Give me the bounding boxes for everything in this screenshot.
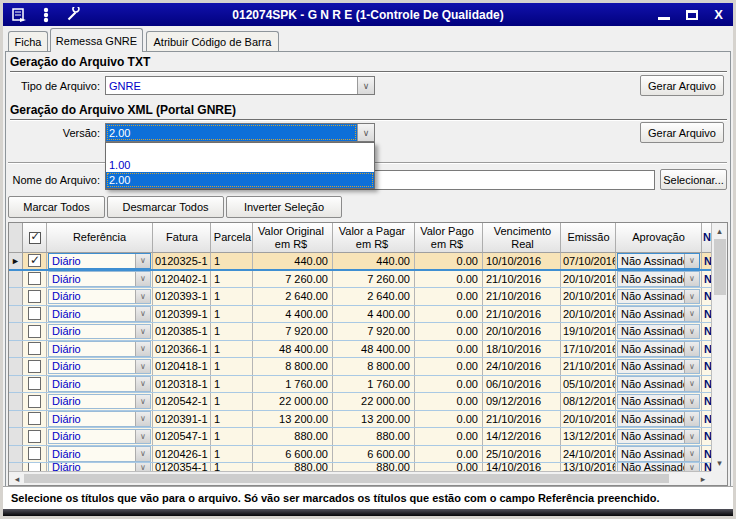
table-row[interactable]: Diário∨ 0120402-1 1 7 260.00 7 260.00 0.…	[9, 271, 712, 289]
vencimento-real-cell: 21/10/2016	[483, 271, 561, 288]
wrench-icon[interactable]	[64, 7, 82, 23]
scroll-left-icon[interactable]: ◂	[11, 472, 23, 485]
chevron-down-icon: ∨	[684, 377, 699, 391]
maximize-icon[interactable]	[686, 10, 698, 20]
row-checkbox[interactable]	[23, 306, 47, 323]
table-row[interactable]: Diário∨ 0120542-1 1 22 000.00 22 000.00 …	[9, 393, 712, 411]
referencia-combo[interactable]: Diário∨	[47, 323, 153, 340]
referencia-combo[interactable]: Diário∨	[47, 358, 153, 375]
aprovacao-combo[interactable]: Não Assinado∨	[616, 341, 702, 358]
vertical-scroll-thumb[interactable]	[714, 239, 726, 295]
table-row[interactable]: Diário∨ 0120426-1 1 6 600.00 6 600.00 0.…	[9, 446, 712, 464]
table-row[interactable]: Diário∨ 0120399-1 1 4 400.00 4 400.00 0.…	[9, 306, 712, 324]
row-indicator-cell	[9, 288, 23, 305]
referencia-combo[interactable]: Diário∨	[47, 376, 153, 393]
desmarcar-todos-button[interactable]: Desmarcar Todos	[107, 196, 224, 218]
clipped-column-cell: N	[702, 288, 711, 305]
parcela-cell: 1	[211, 411, 253, 428]
referencia-combo[interactable]: Diário∨	[47, 271, 153, 288]
table-row[interactable]: ► Diário∨ 0120325-1 1 440.00 440.00 0.00…	[9, 253, 712, 271]
gerar-arquivo-txt-button[interactable]: Gerar Arquivo	[640, 75, 724, 96]
aprovacao-combo[interactable]: Não Assinado∨	[616, 463, 702, 471]
checkbox-icon	[28, 377, 41, 390]
chevron-down-icon[interactable]: ∨	[357, 124, 374, 141]
inverter-selecao-button[interactable]: Inverter Seleção	[226, 196, 342, 218]
tab-atribuir-codigo-barra[interactable]: Atribuir Código de Barra	[146, 31, 279, 51]
versao-combo[interactable]: 2.00 ∨	[105, 123, 375, 142]
referencia-combo[interactable]: Diário∨	[47, 288, 153, 305]
aprovacao-combo[interactable]: Não Assinado∨	[616, 411, 702, 428]
table-row[interactable]: Diário∨ 0120391-1 1 13 200.00 13 200.00 …	[9, 411, 712, 429]
emissao-cell: 05/10/2016	[561, 376, 616, 393]
referencia-combo[interactable]: Diário∨	[47, 428, 153, 445]
vertical-scrollbar[interactable]: ▴ ▾	[711, 223, 727, 471]
aprovacao-combo[interactable]: Não Assinado∨	[616, 253, 702, 269]
table-row[interactable]: Diário∨ 0120318-1 1 1 760.00 1 760.00 0.…	[9, 376, 712, 394]
scroll-down-icon[interactable]: ▾	[712, 457, 727, 469]
referencia-combo[interactable]: Diário∨	[47, 446, 153, 463]
aprovacao-combo[interactable]: Não Assinado∨	[616, 323, 702, 340]
minimize-icon[interactable]	[658, 17, 670, 20]
selecionar-button[interactable]: Selecionar...	[660, 169, 727, 190]
valor-pago-cell: 0.00	[415, 463, 483, 471]
aprovacao-combo[interactable]: Não Assinado∨	[616, 446, 702, 463]
checkbox-icon	[28, 447, 41, 460]
referencia-combo[interactable]: Diário∨	[47, 411, 153, 428]
aprovacao-combo[interactable]: Não Assinado∨	[616, 271, 702, 288]
txt-section-heading: Geração do Arquivo TXT	[10, 55, 727, 72]
row-checkbox[interactable]	[23, 323, 47, 340]
referencia-combo[interactable]: Diário∨	[47, 306, 153, 323]
row-checkbox[interactable]	[23, 253, 47, 269]
checkbox-icon	[28, 463, 41, 471]
row-checkbox[interactable]	[23, 446, 47, 463]
tab-remessa-gnre[interactable]: Remessa GNRE	[50, 28, 143, 52]
row-checkbox[interactable]	[23, 463, 47, 471]
aprovacao-combo[interactable]: Não Assinado∨	[616, 376, 702, 393]
referencia-combo[interactable]: Diário∨	[47, 253, 153, 269]
aprovacao-combo[interactable]: Não Assinado∨	[616, 428, 702, 445]
gerar-arquivo-xml-button[interactable]: Gerar Arquivo	[640, 122, 724, 143]
version-option-1[interactable]: 1.00	[106, 158, 374, 172]
valor-pago-cell: 0.00	[415, 341, 483, 358]
chevron-down-icon[interactable]: ∨	[357, 77, 374, 94]
referencia-combo[interactable]: Diário∨	[47, 393, 153, 410]
row-checkbox[interactable]	[23, 393, 47, 410]
tipo-arquivo-combo[interactable]: GNRE ∨	[105, 76, 375, 95]
table-row[interactable]: Diário∨ 0120385-1 1 7 920.00 7 920.00 0.…	[9, 323, 712, 341]
checkbox-icon	[28, 395, 41, 408]
aprovacao-combo[interactable]: Não Assinado∨	[616, 358, 702, 375]
scroll-up-icon[interactable]: ▴	[712, 225, 727, 237]
close-icon[interactable]: X	[714, 8, 723, 21]
row-checkbox[interactable]	[23, 271, 47, 288]
aprovacao-combo[interactable]: Não Assinado∨	[616, 306, 702, 323]
tab-ficha[interactable]: Ficha	[8, 31, 48, 51]
row-checkbox[interactable]	[23, 288, 47, 305]
table-row[interactable]: Diário∨ 0120393-1 1 2 640.00 2 640.00 0.…	[9, 288, 712, 306]
horizontal-scroll-thumb[interactable]	[24, 474, 669, 483]
row-checkbox[interactable]	[23, 411, 47, 428]
marcar-todos-button[interactable]: Marcar Todos	[8, 196, 105, 218]
table-row[interactable]: Diário∨ 0120547-1 1 880.00 880.00 0.00 1…	[9, 428, 712, 446]
table-row[interactable]: Diário∨ 0120354-1 1 880.00 880.00 0.00 1…	[9, 463, 712, 471]
horizontal-scrollbar[interactable]: ◂ ▸	[9, 471, 711, 485]
table-row[interactable]: Diário∨ 0120366-1 1 48 400.00 48 400.00 …	[9, 341, 712, 359]
row-checkbox[interactable]	[23, 376, 47, 393]
row-checkbox[interactable]	[23, 428, 47, 445]
valor-pago-cell: 0.00	[415, 446, 483, 463]
traffic-light-icon[interactable]	[37, 7, 55, 23]
col-valor-original: Valor Original em R$	[253, 223, 333, 253]
row-checkbox[interactable]	[23, 358, 47, 375]
valor-a-pagar-cell: 6 600.00	[333, 446, 415, 463]
scroll-right-icon[interactable]: ▸	[697, 472, 709, 485]
referencia-combo[interactable]: Diário∨	[47, 341, 153, 358]
fatura-cell: 0120418-1	[153, 358, 211, 375]
referencia-combo[interactable]: Diário∨	[47, 463, 153, 471]
row-checkbox[interactable]	[23, 341, 47, 358]
version-option-2[interactable]: 2.00	[106, 172, 374, 188]
select-all-header[interactable]	[23, 223, 47, 253]
aprovacao-combo[interactable]: Não Assinado∨	[616, 393, 702, 410]
aprovacao-combo[interactable]: Não Assinado∨	[616, 288, 702, 305]
valor-original-cell: 8 800.00	[253, 358, 333, 375]
form-icon[interactable]	[10, 7, 28, 23]
table-row[interactable]: Diário∨ 0120418-1 1 8 800.00 8 800.00 0.…	[9, 358, 712, 376]
